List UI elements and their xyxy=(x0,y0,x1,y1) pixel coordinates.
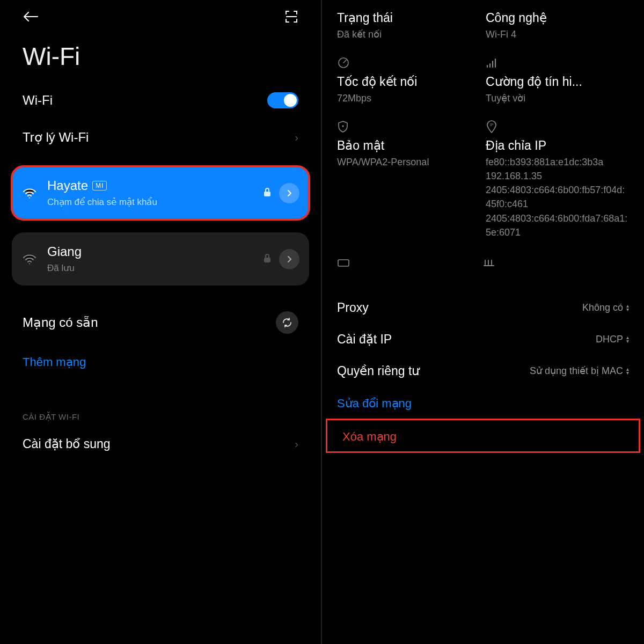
network-name: Hayate xyxy=(47,178,88,193)
extra-settings-row[interactable]: Cài đặt bổ sung › xyxy=(0,429,321,457)
lock-icon xyxy=(263,187,272,199)
wifi-settings-header: CÀI ĐẶT WI-FI xyxy=(0,380,321,429)
network-subtitle: Chạm để chia sẻ mật khẩu xyxy=(47,196,255,208)
modify-network-link[interactable]: Sửa đổi mạng xyxy=(322,387,644,417)
network-name: Giang xyxy=(47,244,82,259)
forget-network-link[interactable]: Xóa mạng xyxy=(327,420,639,451)
svg-rect-0 xyxy=(264,192,270,196)
speed-icon xyxy=(337,55,480,70)
mi-badge: MI xyxy=(92,181,107,191)
qr-scan-icon[interactable] xyxy=(284,10,298,26)
refresh-button[interactable] xyxy=(276,311,298,334)
updown-icon: ▴▾ xyxy=(626,335,629,343)
chevron-right-icon: › xyxy=(295,131,298,144)
back-icon[interactable] xyxy=(23,11,39,25)
network-card-saved[interactable]: Giang Đã lưu xyxy=(12,232,309,286)
ip-pin-icon: IP xyxy=(486,119,629,134)
svg-point-3 xyxy=(342,126,343,127)
svg-rect-5 xyxy=(338,260,349,266)
lock-icon xyxy=(263,253,272,265)
ip-settings[interactable]: Cài đặt IP DHCP▴▾ xyxy=(322,324,644,355)
detail-technology: Công nghệ Wi-Fi 4 xyxy=(486,11,629,41)
network-details-button[interactable] xyxy=(279,249,299,269)
network-subtitle: Đã lưu xyxy=(47,262,255,274)
proxy-setting[interactable]: Proxy Không có▴▾ xyxy=(322,292,644,324)
router-icon xyxy=(483,255,629,270)
updown-icon: ▴▾ xyxy=(626,304,629,311)
wifi-toggle-row[interactable]: Wi-Fi xyxy=(0,87,321,118)
chevron-right-icon: › xyxy=(295,438,298,450)
detail-signal-strength: Cường độ tín hi... Tuyệt vời xyxy=(486,55,629,105)
wifi-assistant-label: Trợ lý Wi-Fi xyxy=(23,130,89,145)
available-networks-label: Mạng có sẵn xyxy=(23,315,98,330)
shield-icon xyxy=(337,119,480,134)
privacy-setting[interactable]: Quyền riêng tư Sử dụng thiết bị MAC▴▾ xyxy=(322,355,644,387)
network-details-button[interactable] xyxy=(279,183,299,203)
add-network-link[interactable]: Thêm mạng xyxy=(0,339,321,380)
page-title: Wi-Fi xyxy=(0,31,321,87)
wifi-assistant-row[interactable]: Trợ lý Wi-Fi › xyxy=(0,118,321,157)
svg-rect-1 xyxy=(264,258,270,262)
wifi-toggle-label: Wi-Fi xyxy=(23,93,53,108)
wifi-signal-icon xyxy=(21,254,38,265)
detail-link-speed: Tốc độ kết nối 72Mbps xyxy=(337,55,480,105)
detail-ip-address: IP Địa chỉa IP fe80::b393:881a:e1dc:3b3a… xyxy=(486,119,629,239)
extra-settings-label: Cài đặt bổ sung xyxy=(23,437,111,451)
device-icon xyxy=(337,255,483,270)
signal-bars-icon xyxy=(486,55,629,70)
svg-text:IP: IP xyxy=(490,123,494,127)
network-card-connected[interactable]: Hayate MI Chạm để chia sẻ mật khẩu xyxy=(12,166,309,219)
ip-address-values: fe80::b393:881a:e1dc:3b3a 192.168.1.35 2… xyxy=(486,155,629,239)
wifi-signal-icon xyxy=(21,188,38,199)
updown-icon: ▴▾ xyxy=(626,367,629,375)
detail-status: Trạng thái Đã kết nối xyxy=(337,11,480,41)
wifi-toggle[interactable] xyxy=(267,92,298,108)
detail-security: Bảo mật WPA/WPA2-Personal xyxy=(337,119,480,239)
